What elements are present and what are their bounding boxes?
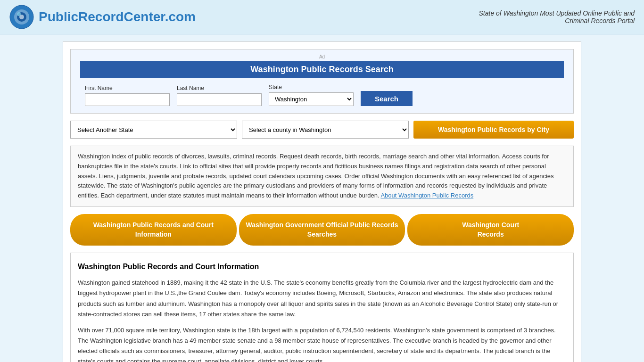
- article-heading: Washington Public Records and Court Info…: [78, 260, 566, 273]
- logo-area: PublicRecordCenter.com: [9, 5, 196, 29]
- article-section: Washington Public Records and Court Info…: [70, 253, 574, 362]
- ad-label: Ad: [80, 54, 564, 59]
- state-select[interactable]: Washington: [269, 92, 354, 106]
- svg-point-4: [17, 12, 21, 16]
- search-button[interactable]: Search: [361, 91, 413, 106]
- county-filter-select[interactable]: Select a county in Washington: [242, 121, 409, 139]
- last-name-input[interactable]: [177, 93, 262, 106]
- description-link[interactable]: About Washington Public Records: [380, 192, 473, 199]
- search-widget: Ad Washington Public Records Search Firs…: [70, 49, 574, 114]
- state-group: State Washington: [269, 84, 354, 106]
- site-header: PublicRecordCenter.com State of Washingt…: [0, 0, 644, 34]
- state-filter-select[interactable]: Select Another State: [70, 121, 237, 139]
- search-fields: First Name Last Name State Washington Se…: [80, 84, 564, 106]
- first-name-group: First Name: [85, 85, 170, 106]
- first-name-input[interactable]: [85, 93, 170, 106]
- logo-text[interactable]: PublicRecordCenter.com: [39, 9, 196, 25]
- tab-court-records[interactable]: Washington Court Records: [407, 214, 574, 246]
- last-name-group: Last Name: [177, 85, 262, 106]
- state-label: State: [269, 84, 354, 90]
- description-text: Washington index of public records of di…: [78, 153, 554, 199]
- search-widget-title: Washington Public Records Search: [80, 61, 564, 78]
- last-name-label: Last Name: [177, 85, 262, 91]
- main-content: Ad Washington Public Records Search Firs…: [63, 41, 581, 362]
- city-button[interactable]: Washington Public Records by City: [413, 121, 574, 139]
- logo-icon: [9, 5, 34, 29]
- description-box: Washington index of public records of di…: [70, 146, 574, 207]
- tab-public-records[interactable]: Washington Public Records and Court Info…: [70, 214, 237, 246]
- article-paragraph-2: With over 71,000 square mile territory, …: [78, 325, 566, 362]
- filter-row: Select Another State Select a county in …: [70, 121, 574, 139]
- article-paragraph-1: Washington gained statehood in 1889, mak…: [78, 278, 566, 319]
- first-name-label: First Name: [85, 85, 170, 91]
- tab-row: Washington Public Records and Court Info…: [70, 214, 574, 246]
- header-tagline: State of Washington Most Updated Online …: [479, 9, 635, 25]
- tab-government[interactable]: Washington Government Official Public Re…: [239, 214, 405, 246]
